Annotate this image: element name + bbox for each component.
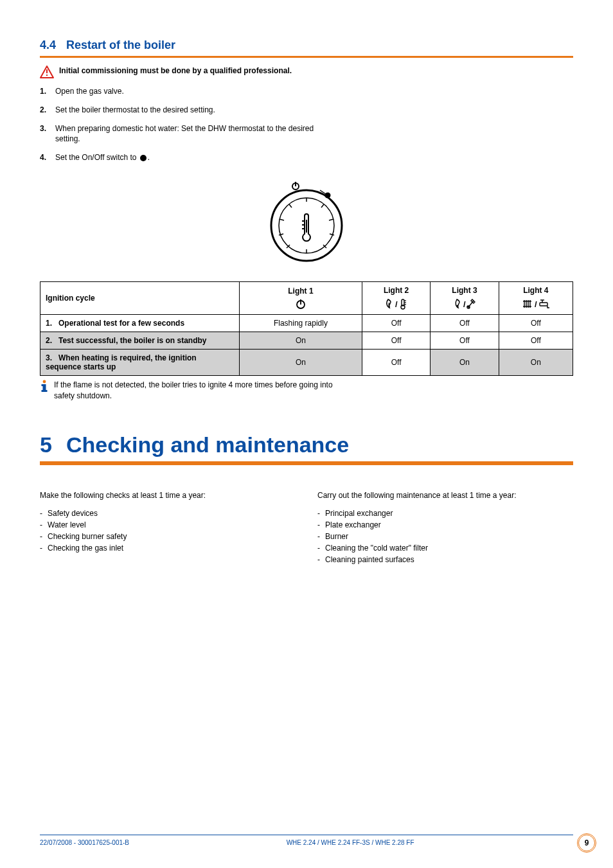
ignition-cycle-table: Ignition cycle Light 1 Light 2 / — [40, 281, 573, 376]
cell: Flashing rapidly — [240, 314, 362, 332]
table-header-light-2: Light 2 / — [362, 281, 430, 314]
page-number: 9 — [577, 833, 596, 853]
cell: On — [240, 349, 362, 375]
info-text: If the flame is not detected, the boiler… — [54, 380, 335, 402]
row-label: 1.Operational test for a few seconds — [40, 314, 240, 332]
footer-center: WHE 2.24 / WHE 2.24 FF-3S / WHE 2.28 FF — [287, 839, 414, 846]
svg-line-14 — [289, 204, 292, 208]
column-left: Make the following checks at least 1 tim… — [40, 491, 296, 565]
cell: Off — [499, 332, 573, 349]
step-text-pre: Set the On/Off switch to — [55, 153, 139, 162]
step-item: 2. Set the boiler thermostat to the desi… — [40, 105, 335, 116]
table-row: 1.Operational test for a few seconds Fla… — [40, 314, 573, 332]
table-row: 2.Test successful, the boiler is on stan… — [40, 332, 573, 349]
list-item: Checking burner safety — [40, 531, 296, 542]
row-label: 3.When heating is required, the ignition… — [40, 349, 240, 375]
cell: On — [431, 349, 499, 375]
svg-line-13 — [280, 219, 284, 220]
light-label: Light 1 — [245, 287, 357, 296]
table-header-light-3: Light 3 / — [431, 281, 499, 314]
cell: Off — [499, 314, 573, 332]
table-header-cycle: Ignition cycle — [40, 281, 240, 314]
svg-point-31 — [457, 305, 458, 306]
footer-left: 22/07/2008 - 300017625-001-B — [40, 839, 129, 846]
chapter-heading: 5Checking and maintenance — [40, 432, 573, 457]
step-text: When preparing domestic hot water: Set t… — [55, 123, 335, 145]
list-item: Cleaning painted surfaces — [317, 554, 573, 565]
svg-rect-2 — [46, 75, 48, 76]
warning-triangle-icon — [40, 66, 54, 78]
chapter-number: 5 — [40, 432, 52, 457]
svg-text:/: / — [395, 299, 398, 309]
chapter-5: 5Checking and maintenance Make the follo… — [40, 432, 573, 565]
warning-text: Initial commissioning must be done by a … — [59, 66, 292, 76]
step-item: 3. When preparing domestic hot water: Se… — [40, 123, 335, 145]
step-item: 4. Set the On/Off switch to . — [40, 152, 335, 163]
list-item: Plate exchanger — [317, 519, 573, 531]
svg-point-46 — [43, 380, 46, 384]
list-item: Safety devices — [40, 508, 296, 519]
footer-row: 22/07/2008 - 300017625-001-B WHE 2.24 / … — [40, 839, 573, 846]
row-label: 2.Test successful, the boiler is on stan… — [40, 332, 240, 349]
list-item: Burner — [317, 531, 573, 542]
svg-point-21 — [325, 192, 331, 198]
step-number: 4. — [40, 152, 49, 163]
svg-line-8 — [330, 234, 334, 235]
info-block: If the flame is not detected, the boiler… — [40, 380, 335, 402]
footer-right-spacer — [571, 839, 573, 846]
step-number: 1. — [40, 86, 49, 97]
svg-text:/: / — [463, 299, 466, 309]
svg-text:/: / — [535, 299, 537, 309]
svg-rect-43 — [540, 303, 547, 306]
radiator-tap-icon: / — [522, 299, 550, 308]
light-label: Light 3 — [436, 286, 493, 295]
svg-rect-1 — [46, 69, 48, 73]
column-right: Carry out the following maintenance at l… — [317, 491, 573, 565]
step-text: Set the On/Off switch to . — [55, 152, 150, 163]
svg-line-6 — [321, 204, 324, 208]
cell: On — [240, 332, 362, 349]
on-indicator-dot-icon — [140, 155, 147, 161]
info-icon — [40, 380, 49, 393]
footer-rule — [40, 835, 573, 835]
step-text: Open the gas valve. — [55, 86, 124, 97]
page-number-badge: 9 — [577, 833, 596, 853]
flame-thermometer-icon: / — [384, 299, 409, 308]
light-label: Light 2 — [368, 286, 425, 295]
step-number: 2. — [40, 105, 49, 116]
light-label: Light 4 — [504, 286, 567, 295]
heading-title: Restart of the boiler — [66, 39, 175, 51]
svg-rect-48 — [42, 384, 44, 386]
heading-underline — [40, 56, 573, 58]
power-icon — [295, 299, 306, 308]
list-item: Water level — [40, 519, 296, 531]
heading-4-4: 4.4Restart of the boiler — [40, 39, 573, 52]
svg-rect-49 — [42, 390, 48, 392]
cell: Off — [362, 332, 430, 349]
table-header-light-4: Light 4 / — [499, 281, 573, 314]
column-lead: Make the following checks at least 1 tim… — [40, 491, 296, 500]
step-item: 1. Open the gas valve. — [40, 86, 335, 97]
page-footer: 22/07/2008 - 300017625-001-B WHE 2.24 / … — [40, 835, 573, 846]
flame-tool-icon: / — [452, 299, 477, 308]
warning-block: Initial commissioning must be done by a … — [40, 66, 335, 78]
cell: Off — [431, 332, 499, 349]
list-item: Checking the gas inlet — [40, 542, 296, 554]
table-header-light-1: Light 1 — [240, 281, 362, 314]
list-item: Cleaning the "cold water" filter — [317, 542, 573, 554]
steps-list: 1. Open the gas valve. 2. Set the boiler… — [40, 86, 335, 163]
step-text: Set the boiler thermostat to the desired… — [55, 105, 215, 116]
svg-line-12 — [279, 234, 283, 235]
checks-list: Safety devices Water level Checking burn… — [40, 508, 296, 554]
dial-illustration — [40, 171, 573, 270]
step-number: 3. — [40, 123, 49, 145]
cell: Off — [362, 314, 430, 332]
chapter-title: Checking and maintenance — [66, 432, 349, 457]
heading-number: 4.4 — [40, 39, 56, 51]
table-row: 3.When heating is required, the ignition… — [40, 349, 573, 375]
maintenance-list: Principal exchanger Plate exchanger Burn… — [317, 508, 573, 565]
cell: Off — [362, 349, 430, 375]
chapter-underline — [40, 461, 573, 465]
svg-line-7 — [329, 219, 333, 220]
cell: On — [499, 349, 573, 375]
